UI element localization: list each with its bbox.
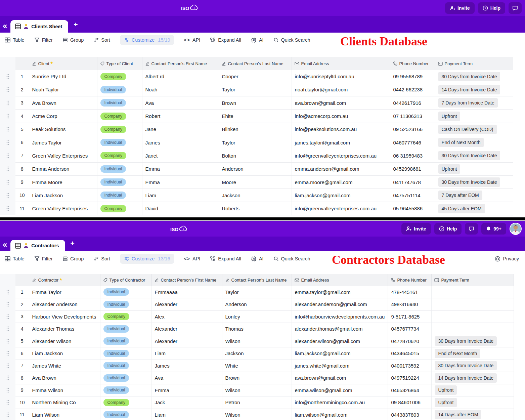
last-name-cell[interactable]: Bolton [219, 149, 292, 162]
drag-handle[interactable] [0, 409, 15, 420]
name-cell[interactable]: Alexander Wilson [29, 335, 100, 347]
phone-cell[interactable]: 9-5171-8625 [388, 310, 432, 323]
email-cell[interactable]: liam.jackson@gmail.com [292, 347, 388, 360]
column-header-type-of-contractor[interactable]: Type of Contractor [100, 274, 151, 286]
toolbar-api-button[interactable]: <> API [184, 256, 201, 261]
first-name-cell[interactable]: Albert rd [142, 70, 219, 83]
first-name-cell[interactable]: Liam [151, 347, 222, 360]
toolbar-ai-button[interactable]: AI AI [251, 37, 264, 43]
type-cell[interactable]: Individual [97, 136, 142, 149]
name-cell[interactable]: Peak Solutions [29, 123, 97, 136]
payment-cell[interactable]: End of Next Month [435, 136, 513, 149]
payment-cell[interactable]: Upfront [435, 162, 513, 175]
column-header-email-address[interactable]: Email Address [292, 274, 388, 286]
payment-cell[interactable]: 7 Days from Invoice Date [435, 96, 513, 110]
name-cell[interactable]: Ava Brown [29, 372, 100, 384]
type-cell[interactable]: Individual [97, 162, 142, 175]
email-cell[interactable]: emma.wilson@gmail.com [292, 384, 388, 396]
last-name-cell[interactable]: Thomas [222, 323, 292, 335]
type-cell[interactable]: Company [100, 396, 151, 409]
type-cell[interactable]: Company [97, 123, 142, 136]
toolbar-quick-search-button[interactable]: Quick Search [273, 37, 310, 43]
type-cell[interactable]: Company [97, 202, 142, 215]
email-cell[interactable]: alexander.thomas@gmail.com [292, 323, 388, 335]
payment-cell[interactable]: 14 Days after EOM [432, 409, 514, 420]
drag-handle[interactable] [0, 149, 15, 162]
first-name-cell[interactable]: David [142, 202, 219, 215]
first-name-cell[interactable]: Liam [151, 409, 222, 420]
name-cell[interactable]: Green Valley Enterprises [29, 149, 97, 162]
drag-handle[interactable] [0, 360, 15, 372]
phone-cell[interactable]: 05 96455886 [390, 202, 435, 215]
drag-handle[interactable] [0, 372, 15, 384]
column-header-phone-number[interactable]: Phone Number [388, 274, 432, 286]
column-header-client[interactable]: Client★ [29, 57, 97, 70]
phone-cell[interactable]: 0475751114 [390, 189, 435, 202]
first-name-cell[interactable]: Ava [142, 96, 219, 110]
payment-cell[interactable] [432, 298, 514, 311]
add-tab-button[interactable]: + [74, 20, 78, 29]
drag-handle[interactable] [0, 175, 15, 188]
email-cell[interactable]: james.taylor@gmail.com [292, 136, 390, 149]
name-cell[interactable]: Emma Moore [29, 175, 97, 188]
drag-handle[interactable] [0, 396, 15, 409]
phone-cell[interactable]: 0400173592 [388, 360, 432, 372]
first-name-cell[interactable]: Ava [151, 372, 222, 384]
last-name-cell[interactable]: Lonley [222, 310, 292, 323]
toolbar-customize-button[interactable]: Customize 15/19 [120, 35, 174, 45]
name-cell[interactable]: Green Valley Enterprises [29, 202, 97, 215]
last-name-cell[interactable]: Anderson [222, 298, 292, 311]
phone-cell[interactable]: 0452998681 [390, 162, 435, 175]
payment-cell[interactable]: 30 Days from Invoice Date [435, 149, 513, 162]
name-cell[interactable]: Liam Wilson [29, 409, 100, 420]
email-cell[interactable]: liam.wilson@gmail.com [292, 409, 388, 420]
email-cell[interactable]: info@acmecorp.com.au [292, 110, 390, 123]
phone-cell[interactable]: 09 84601006 [388, 396, 432, 409]
name-cell[interactable]: Alexander Anderson [29, 298, 100, 311]
phone-cell[interactable]: 0434645015 [388, 347, 432, 360]
type-cell[interactable]: Individual [97, 175, 142, 188]
column-header-phone-number[interactable]: Phone Number [390, 57, 435, 70]
last-name-cell[interactable]: Cooper [219, 70, 292, 83]
payment-cell[interactable]: Upfront [432, 396, 514, 409]
first-name-cell[interactable]: Noah [142, 83, 219, 96]
toolbar-api-button[interactable]: <> API [184, 37, 201, 43]
type-cell[interactable]: Individual [100, 298, 151, 311]
payment-cell[interactable]: 14 Days from Invoice Date [432, 372, 514, 384]
toolbar-privacy-button[interactable]: Privacy [495, 256, 519, 262]
last-name-cell[interactable]: Moore [219, 175, 292, 188]
last-name-cell[interactable]: Ehite [219, 110, 292, 123]
drag-handle[interactable] [0, 136, 15, 149]
first-name-cell[interactable]: Jack [151, 396, 222, 409]
last-name-cell[interactable]: Brown [219, 96, 292, 110]
last-name-cell[interactable]: Blinken [219, 123, 292, 136]
email-cell[interactable]: info@greenvalleyenterprises.com.au [292, 149, 390, 162]
drag-handle[interactable] [0, 189, 15, 202]
phone-cell[interactable]: 09 95568789 [390, 70, 435, 83]
add-tab-button[interactable]: + [71, 239, 75, 247]
name-cell[interactable]: James White [29, 360, 100, 372]
toolbar-filter-button[interactable]: Filter [34, 37, 53, 43]
phone-cell[interactable]: 0472870620 [388, 335, 432, 347]
user-avatar[interactable] [510, 223, 522, 235]
payment-cell[interactable]: Upfront [432, 384, 514, 396]
invite-button[interactable]: Invite [401, 223, 431, 235]
toolbar-expand-all-button[interactable]: Expand All [210, 256, 241, 261]
drag-handle[interactable] [0, 123, 15, 136]
email-cell[interactable]: info@sunriseptyltd.com.au [292, 70, 390, 83]
first-name-cell[interactable]: Janet [142, 149, 219, 162]
name-cell[interactable]: Sunrise Pty Ltd [29, 70, 97, 83]
email-cell[interactable]: noah.taylor@gmail.com [292, 83, 390, 96]
toolbar-group-button[interactable]: Group [62, 37, 84, 43]
email-cell[interactable]: ava.brown@gmail.com [292, 96, 390, 110]
phone-cell[interactable]: 0411747678 [390, 175, 435, 188]
name-cell[interactable]: Alexander Thomas [29, 323, 100, 335]
payment-cell[interactable]: 14 Days from Invoice Date [435, 83, 513, 96]
payment-cell[interactable]: 30 Days from Invoice Date [435, 175, 513, 188]
drag-handle[interactable] [0, 70, 15, 83]
drag-handle[interactable] [0, 162, 15, 175]
first-name-cell[interactable]: James [142, 136, 219, 149]
type-cell[interactable]: Individual [100, 360, 151, 372]
email-cell[interactable]: emma.anderson@gmail.com [292, 162, 390, 175]
type-cell[interactable]: Company [97, 149, 142, 162]
